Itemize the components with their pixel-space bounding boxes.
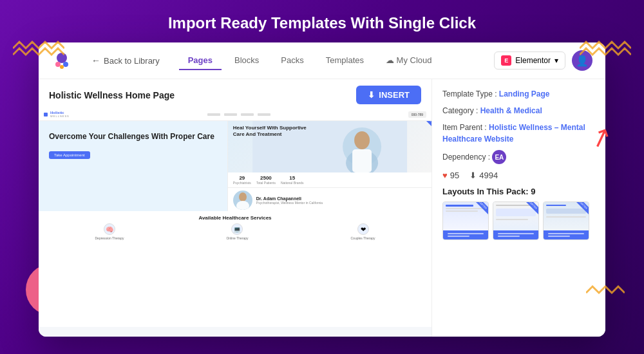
elementor-dropdown[interactable]: E Elementor ▾	[494, 51, 565, 70]
mockup-services: Available Healthcare Services 🧠 Depressi…	[39, 211, 431, 244]
svg-point-12	[354, 131, 370, 149]
heart-icon: ♥	[442, 171, 448, 180]
svg-point-1	[55, 62, 61, 67]
svg-point-15	[239, 192, 247, 201]
category-value: Health & Medical	[480, 106, 542, 115]
mockup-navbar: Holistic WELLNESS 000-789	[39, 108, 431, 121]
mockup-nav-links	[207, 113, 270, 116]
service-depression-icon: 🧠	[104, 223, 115, 235]
template-stats-row: ♥ 95 ⬇ 4994	[442, 171, 595, 180]
mockup-tagline: WELLNESS	[50, 115, 70, 118]
service-couples: ❤ Couples Therapy	[351, 223, 375, 240]
insert-icon: ⬇	[368, 90, 375, 100]
svg-point-2	[63, 62, 68, 67]
likes-count: 95	[450, 171, 459, 180]
strip-lines-3	[548, 233, 584, 237]
service-online-icon: 💻	[231, 223, 243, 235]
template-type-row: Template Type : Landing Page	[442, 88, 595, 100]
preview-section: Holistic Wellness Home Page ⬇ INSERT Hol…	[39, 79, 431, 337]
info-panel: Template Type : Landing Page Category : …	[431, 79, 605, 337]
mockup-stats: 29 Psychiatrists 2500 Total Patients 15 …	[228, 172, 431, 187]
parent-label: Item Parent :	[442, 123, 487, 132]
back-to-library-link[interactable]: ← Back to Library	[91, 55, 160, 66]
template-dependency-row: Dependency : EA	[442, 150, 595, 164]
layouts-title: Layouts In This Pack: 9	[442, 187, 595, 196]
back-arrow-icon: ←	[91, 55, 100, 66]
strip-lines-2	[498, 233, 534, 237]
layout-thumb-3[interactable]: STARTER	[543, 201, 589, 240]
mockup-cta-button: Take Appointment	[49, 151, 90, 159]
service-online-label: Online Therapy	[226, 236, 248, 240]
preview-header: Holistic Wellness Home Page ⬇ INSERT	[39, 79, 431, 108]
back-label: Back to Library	[104, 56, 160, 66]
stat-brands-num: 15	[281, 175, 304, 181]
stat-brands: 15 National Brands	[281, 175, 304, 185]
stat-brands-label: National Brands	[281, 181, 304, 185]
layouts-section: Layouts In This Pack: 9	[442, 187, 595, 240]
tab-templates[interactable]: Templates	[317, 51, 373, 70]
content-area: Holistic Wellness Home Page ⬇ INSERT Hol…	[39, 79, 605, 337]
tab-mycloud[interactable]: ☁ My Cloud	[377, 51, 441, 70]
stat-patients: 2500 Total Patients	[256, 175, 276, 185]
tab-pages[interactable]: Pages	[179, 51, 222, 70]
layout-thumb-1[interactable]: STARTER	[442, 201, 489, 240]
layout-thumb-strip-1	[443, 230, 488, 239]
stat-psychiatrists: 29 Psychiatrists	[233, 175, 251, 185]
stat-psychiatrists-label: Psychiatrists	[233, 181, 251, 185]
preview-image-area: Holistic WELLNESS 000-789	[39, 108, 431, 327]
zigzag-br-decoration	[586, 283, 625, 303]
mockup-right-heading-area: Heal Yourself With Supportive Care And T…	[233, 125, 310, 138]
elementor-label: Elementor	[515, 56, 551, 65]
dependency-badge: EA	[492, 150, 506, 164]
nav-right: E Elementor ▾ 👤	[494, 50, 592, 71]
type-value: Landing Page	[499, 89, 550, 98]
stat-patients-label: Total Patients	[256, 181, 276, 185]
mockup-doctor-info: Dr. Adam Chapanneli Psychotherapist, Wel…	[256, 196, 323, 205]
template-parent-row: Item Parent : Holistic Wellness – Mental…	[442, 122, 595, 145]
mockup-doctor-name: Dr. Adam Chapanneli	[256, 196, 323, 201]
service-couples-icon: ❤	[357, 223, 369, 235]
download-icon: ⬇	[469, 171, 477, 180]
mockup-right-panel: STARTER	[227, 121, 431, 211]
layouts-grid: STARTER	[442, 201, 595, 240]
insert-button[interactable]: ⬇ INSERT	[356, 86, 421, 104]
nav-bar: ← Back to Library Pages Blocks Packs Tem…	[39, 42, 605, 79]
doctor-avatar-icon	[233, 191, 252, 210]
stat-psychiatrists-num: 29	[233, 175, 251, 181]
dropdown-chevron-icon: ▾	[554, 56, 558, 65]
mockup-doctor-avatar	[233, 191, 252, 210]
strip-lines-1	[448, 233, 484, 237]
mockup-hero: Overcome Your Challenges With Proper Car…	[39, 121, 431, 211]
type-label: Template Type :	[442, 89, 497, 98]
tab-packs[interactable]: Packs	[272, 51, 312, 70]
service-depression-label: Depression Therapy	[95, 236, 124, 240]
svg-rect-13	[352, 149, 372, 172]
layout-thumb-2[interactable]: STARTER	[493, 201, 539, 240]
dependency-label: Dependency :	[442, 153, 490, 162]
zigzag-right-decoration	[580, 39, 631, 58]
nav-tabs: Pages Blocks Packs Templates ☁ My Cloud	[179, 51, 482, 70]
template-title: Holistic Wellness Home Page	[49, 90, 175, 100]
page-title: Import Ready Templates With Single Click	[0, 0, 644, 42]
insert-label: INSERT	[379, 90, 410, 100]
zigzag-left-decoration	[13, 39, 64, 58]
service-couples-label: Couples Therapy	[351, 236, 375, 240]
service-depression: 🧠 Depression Therapy	[95, 223, 124, 240]
main-card: ← Back to Library Pages Blocks Packs Tem…	[39, 42, 605, 337]
downloads-count: 4994	[479, 171, 498, 180]
template-category-row: Category : Health & Medical	[442, 105, 595, 116]
mockup-right-heading: Heal Yourself With Supportive Care And T…	[233, 125, 310, 138]
elementor-logo-icon: E	[501, 55, 511, 66]
svg-point-3	[60, 65, 64, 69]
download-stat: ⬇ 4994	[469, 171, 498, 180]
mockup-services-title: Available Healthcare Services	[44, 215, 426, 221]
tab-blocks[interactable]: Blocks	[225, 51, 268, 70]
layout-thumb-strip-2	[493, 230, 538, 239]
service-online: 💻 Online Therapy	[226, 223, 248, 240]
like-stat: ♥ 95	[442, 171, 459, 180]
mockup-doctor-section: Dr. Adam Chapanneli Psychotherapist, Wel…	[228, 187, 431, 211]
category-label: Category :	[442, 106, 478, 115]
mockup-services-icons: 🧠 Depression Therapy 💻 Online Therapy ❤ …	[44, 223, 426, 240]
mockup-doctor-title: Psychotherapist, Wellness Mentor in Cali…	[256, 201, 323, 205]
mycloud-label: My Cloud	[397, 55, 432, 65]
